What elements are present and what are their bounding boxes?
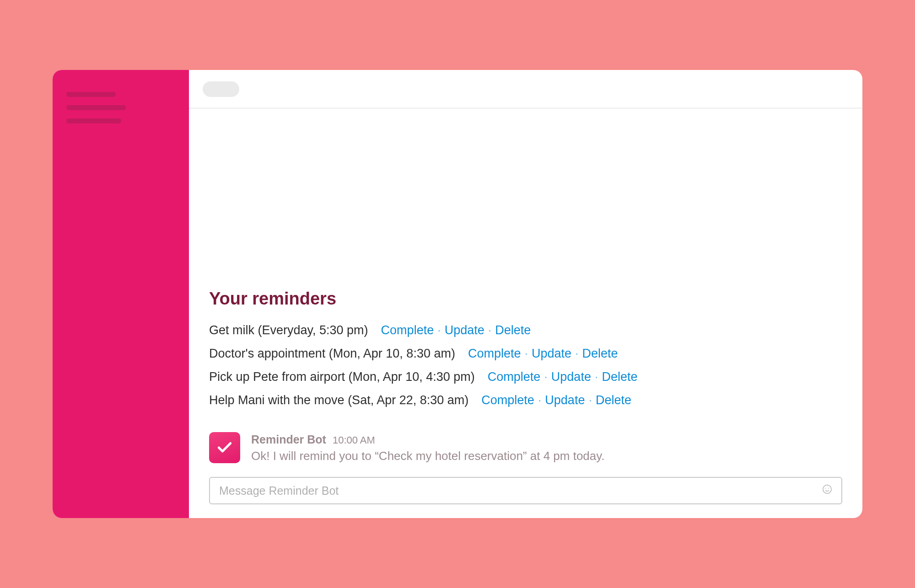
channel-name-placeholder <box>203 81 239 97</box>
svg-point-2 <box>828 488 829 489</box>
action-separator: · <box>488 323 492 337</box>
reminder-text: Pick up Pete from airport (Mon, Apr 10, … <box>209 370 475 384</box>
bot-message: Reminder Bot 10:00 AM Ok! I will remind … <box>209 432 842 463</box>
update-link[interactable]: Update <box>532 347 571 361</box>
delete-link[interactable]: Delete <box>495 323 531 337</box>
update-link[interactable]: Update <box>545 393 585 407</box>
bot-body: Reminder Bot 10:00 AM Ok! I will remind … <box>251 432 842 463</box>
reminder-row: Get milk (Everyday, 5:30 pm) Complete · … <box>209 323 842 337</box>
reminder-text: Doctor's appointment (Mon, Apr 10, 8:30 … <box>209 347 455 361</box>
action-separator: · <box>544 370 548 384</box>
bot-name: Reminder Bot <box>251 433 326 446</box>
main-panel: Your reminders Get milk (Everyday, 5:30 … <box>189 70 862 518</box>
reminder-text: Help Mani with the move (Sat, Apr 22, 8:… <box>209 393 468 407</box>
bot-avatar <box>209 432 240 463</box>
action-separator: · <box>437 323 441 337</box>
sidebar-placeholder-line <box>66 105 126 110</box>
checkmark-icon <box>216 439 233 456</box>
action-separator: · <box>575 347 579 361</box>
complete-link[interactable]: Complete <box>381 323 434 337</box>
delete-link[interactable]: Delete <box>602 370 637 384</box>
bot-header: Reminder Bot 10:00 AM <box>251 433 842 446</box>
action-separator: · <box>524 347 528 361</box>
message-input[interactable] <box>219 484 822 497</box>
reminder-row: Pick up Pete from airport (Mon, Apr 10, … <box>209 370 842 384</box>
header-bar <box>189 70 862 108</box>
complete-link[interactable]: Complete <box>488 370 541 384</box>
reminder-row: Doctor's appointment (Mon, Apr 10, 8:30 … <box>209 347 842 361</box>
complete-link[interactable]: Complete <box>468 347 521 361</box>
update-link[interactable]: Update <box>551 370 591 384</box>
bot-message-text: Ok! I will remind you to “Check my hotel… <box>251 449 842 463</box>
action-separator: · <box>595 370 598 384</box>
sidebar-placeholder-line <box>66 92 116 97</box>
bot-timestamp: 10:00 AM <box>333 434 375 446</box>
emoji-icon[interactable] <box>822 484 832 497</box>
delete-link[interactable]: Delete <box>596 393 631 407</box>
action-separator: · <box>588 393 592 407</box>
sidebar <box>53 70 189 518</box>
reminder-row: Help Mani with the move (Sat, Apr 22, 8:… <box>209 393 842 407</box>
reminders-title: Your reminders <box>209 289 842 309</box>
sidebar-placeholder-line <box>66 118 121 123</box>
delete-link[interactable]: Delete <box>582 347 618 361</box>
svg-point-1 <box>825 488 826 489</box>
update-link[interactable]: Update <box>445 323 484 337</box>
svg-point-0 <box>823 485 831 493</box>
reminder-text: Get milk (Everyday, 5:30 pm) <box>209 323 368 337</box>
app-window: Your reminders Get milk (Everyday, 5:30 … <box>53 70 862 518</box>
action-separator: · <box>538 393 542 407</box>
complete-link[interactable]: Complete <box>481 393 534 407</box>
content-area: Your reminders Get milk (Everyday, 5:30 … <box>189 108 862 518</box>
message-input-row <box>209 477 842 504</box>
